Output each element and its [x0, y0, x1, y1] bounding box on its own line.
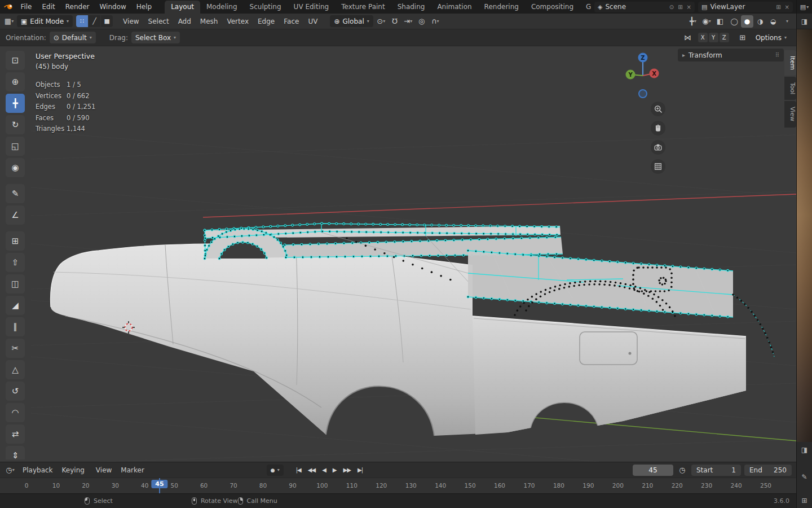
timeline-dropdown-playback[interactable]: Playback [18, 466, 58, 474]
viewport-menu-face[interactable]: Face [279, 14, 303, 29]
viewport-menu-mesh[interactable]: Mesh [196, 14, 223, 29]
menu-help[interactable]: Help [131, 0, 157, 14]
viewport-menu-view[interactable]: View [118, 14, 143, 29]
tool-cursor[interactable]: ⊕ [6, 72, 25, 91]
menu-window[interactable]: Window [94, 0, 131, 14]
timeline-editor-button[interactable]: ◷ ▾ [5, 464, 16, 476]
drag-mode-dropdown[interactable]: Select Box ▾ [131, 32, 180, 43]
editor-type-button[interactable]: ▦ ▾ [3, 15, 15, 28]
pin-icon[interactable]: ⊙ [669, 4, 674, 10]
viewport-menu-vertex[interactable]: Vertex [222, 14, 253, 29]
transport-play[interactable]: ▶ [329, 464, 340, 476]
workspace-tab[interactable]: Animation [431, 1, 478, 14]
transport-prev-keyframe[interactable]: ◀◀ [304, 464, 319, 476]
tool-inset-faces[interactable]: ◫ [6, 274, 25, 294]
navigation-gizmo[interactable]: Z X Y [625, 51, 661, 99]
tool-knife[interactable]: ✂ [6, 339, 25, 358]
viewport-menu-select[interactable]: Select [144, 14, 174, 29]
xray-toggle-button[interactable]: ◧ [714, 15, 726, 28]
menu-edit[interactable]: Edit [37, 0, 60, 14]
pivot-point-button[interactable]: ⊙ ▾ [376, 15, 387, 28]
tool-extrude-region[interactable]: ⇧ [6, 253, 25, 272]
tool-shrink-fatten[interactable]: ⇕ [6, 446, 25, 459]
falloff-button[interactable]: ∩ ▾ [430, 15, 441, 28]
workspace-tab[interactable]: Texture Paint [335, 1, 391, 14]
scene-selector[interactable]: ◈ Scene ⊙ ⊞ × [594, 2, 695, 12]
strip-settings-icon[interactable]: ⊞ [801, 497, 807, 505]
workspace-tab[interactable]: Modeling [200, 1, 244, 14]
tool-poly-build[interactable]: △ [6, 360, 25, 379]
sidebar-tab[interactable]: Item [784, 50, 796, 76]
menu-render[interactable]: Render [60, 0, 95, 14]
strip-editor-button[interactable]: ▤ ▾ [797, 0, 812, 14]
viewport-menu-edge[interactable]: Edge [253, 14, 279, 29]
default-orientation-dropdown[interactable]: ⊙ Default ▾ [50, 32, 96, 43]
strip-header-button[interactable]: ◨ [797, 14, 812, 29]
new-viewlayer-icon[interactable]: ⊞ [776, 4, 780, 10]
tool-edge-slide[interactable]: ⇄ [6, 424, 25, 444]
timeline-menu-view[interactable]: View [91, 466, 116, 474]
shading-rendered[interactable]: ◒ [767, 15, 779, 28]
strip-camera-icon[interactable]: ✎ [801, 473, 807, 481]
snap-target-button[interactable]: ⇥ ▾ [403, 15, 414, 28]
transport-next-keyframe[interactable]: ▶▶ [340, 464, 354, 476]
tool-bevel[interactable]: ◢ [6, 296, 25, 315]
start-frame-field[interactable]: Start 1 [691, 465, 741, 476]
timeline-ruler[interactable]: 0102030405060708090100110120130140150160… [0, 478, 796, 493]
mirror-axis-x[interactable]: X [698, 33, 708, 42]
face-select-button[interactable]: ■ [101, 15, 113, 27]
shading-dropdown-button[interactable]: ▾ [782, 15, 793, 28]
zoom-button[interactable] [651, 102, 665, 116]
viewport-canvas[interactable] [31, 46, 796, 462]
show-overlays-button[interactable]: ◉ ▾ [701, 15, 712, 28]
tool-measure[interactable]: ∠ [6, 205, 25, 225]
workspace-tab[interactable]: Shading [391, 1, 431, 14]
use-preview-range-button[interactable]: ◷ [677, 464, 688, 476]
tool-transform[interactable]: ◉ [6, 158, 25, 177]
shading-solid[interactable]: ● [741, 15, 753, 28]
options-dropdown[interactable]: Options ▾ [752, 32, 791, 43]
current-frame-field[interactable]: 45 [633, 465, 673, 476]
unlink-scene-icon[interactable]: × [687, 4, 691, 10]
current-frame-badge[interactable]: 45 [151, 480, 167, 488]
snap-base-button[interactable]: ⊞ [737, 32, 748, 44]
transport-play-reverse[interactable]: ◀ [319, 464, 329, 476]
tool-add-cube[interactable]: ⊞ [6, 231, 25, 251]
toggle-perspective-button[interactable] [651, 159, 665, 174]
transport-jump-to-start[interactable]: |◀ [293, 464, 304, 476]
axis-neg-z-handle[interactable] [639, 90, 647, 98]
workspace-tab[interactable]: UV Editing [288, 1, 336, 14]
tool-rotate[interactable]: ↻ [6, 115, 25, 134]
mode-dropdown[interactable]: ▣ Edit Mode ▾ [17, 15, 73, 27]
auto-keying-button[interactable]: ● ▾ [267, 465, 284, 476]
sidebar-tab[interactable]: Tool [784, 77, 796, 100]
mirror-axis-y[interactable]: Y [709, 33, 718, 42]
show-gizmo-button[interactable]: ╋ ▾ [687, 15, 699, 28]
timeline-dropdown-keying[interactable]: Keying [58, 466, 89, 474]
tool-select-box[interactable]: ⊡ [6, 51, 25, 70]
mirror-axis-z[interactable]: Z [720, 33, 729, 42]
menu-file[interactable]: File [15, 0, 37, 14]
proportional-edit-button[interactable]: ◎ [416, 15, 427, 28]
tool-annotate[interactable]: ✎ [6, 184, 25, 203]
tool-loop-cut[interactable]: ∥ [6, 317, 25, 336]
blender-logo-icon[interactable] [3, 2, 14, 11]
shading-wireframe[interactable]: ◯ [728, 15, 740, 28]
transform-panel-header[interactable]: ▸ Transform ⠿ [678, 49, 784, 62]
viewlayer-selector[interactable]: ▤ ViewLayer ⊞ × [698, 2, 793, 12]
workspace-tab[interactable]: Sculpting [244, 1, 288, 14]
edge-select-button[interactable]: ╱ [89, 15, 100, 27]
vertex-select-button[interactable]: ∷ [76, 15, 88, 27]
workspace-tab[interactable]: Compositing [525, 1, 580, 14]
tool-spin[interactable]: ↺ [6, 382, 25, 401]
timeline-menu-marker[interactable]: Marker [116, 466, 148, 474]
workspace-tab[interactable]: Rendering [478, 1, 525, 14]
snap-toggle-button[interactable]: Ω [389, 15, 400, 28]
viewport-menu-add[interactable]: Add [174, 14, 196, 29]
strip-tool-icon[interactable]: ◨ [801, 446, 807, 454]
workspace-tab[interactable]: Geometry Nodes [580, 1, 591, 14]
pan-button[interactable] [651, 121, 665, 135]
viewport-menu-uv[interactable]: UV [303, 14, 322, 29]
reference-image-sliver[interactable] [797, 29, 812, 442]
camera-view-button[interactable] [651, 140, 665, 155]
